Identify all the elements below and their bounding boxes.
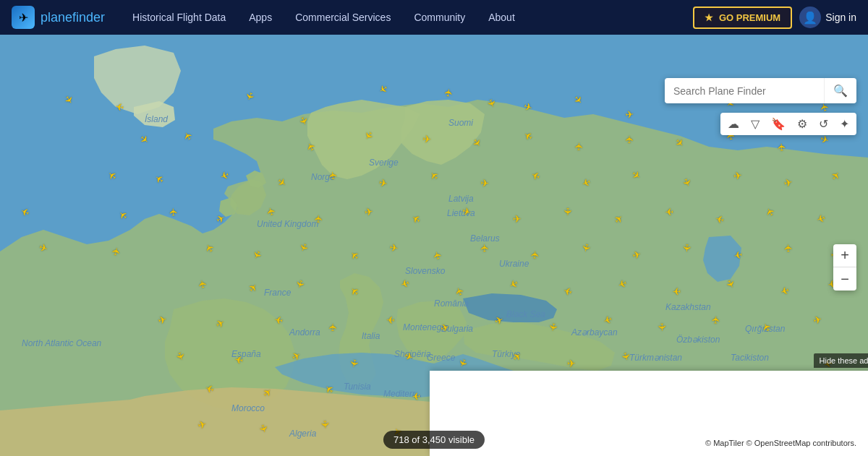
logo-icon: ✈ — [12, 6, 35, 29]
nav-link-apps[interactable]: Apps — [239, 6, 282, 29]
map-toolbar: ☁ ▽ 🔖 ⚙ ↺ ✦ — [720, 113, 856, 135]
premium-button[interactable]: ★ GO PREMIUM — [693, 7, 792, 29]
attribution: © MapTiler © OpenStreetMap contributors. — [701, 437, 861, 449]
map-container[interactable]: ÍslandNorgeSverigeSuomiLatvijaLietuvaBel… — [0, 35, 868, 456]
search-icon[interactable]: 🔍 — [824, 78, 856, 103]
logo-text: planefinder — [41, 10, 105, 25]
logo-light: finder — [72, 10, 105, 25]
zoom-in-button[interactable]: + — [833, 244, 856, 267]
filter-clouds-icon[interactable]: ☁ — [726, 116, 741, 132]
logo[interactable]: ✈ planefinder — [12, 6, 105, 29]
hide-ads-button[interactable]: Hide these ads — [814, 353, 868, 368]
search-input[interactable] — [665, 79, 824, 103]
nav-link-community[interactable]: Community — [404, 6, 475, 29]
navbar: ✈ planefinder Historical Flight DataApps… — [0, 0, 868, 35]
nav-link-about[interactable]: About — [478, 6, 525, 29]
history-icon[interactable]: ↺ — [817, 116, 830, 132]
status-text: 718 of 3,450 visible — [393, 434, 475, 445]
attribution-text: © MapTiler © OpenStreetMap contributors. — [705, 439, 856, 447]
star-map-icon[interactable]: ✦ — [838, 116, 851, 132]
status-bar: 718 of 3,450 visible — [383, 431, 485, 449]
logo-bold: plane — [41, 10, 72, 25]
settings-icon[interactable]: ⚙ — [796, 116, 809, 132]
signin-label: Sign in — [825, 12, 856, 23]
zoom-out-button[interactable]: − — [833, 267, 856, 291]
nav-actions: ★ GO PREMIUM 👤 Sign in — [693, 7, 856, 29]
search-bar: 🔍 — [665, 78, 856, 103]
avatar-icon: 👤 — [799, 7, 821, 28]
nav-link-historical-flight-data[interactable]: Historical Flight Data — [122, 6, 236, 29]
zoom-controls: + − — [833, 244, 856, 291]
nav-links: Historical Flight DataAppsCommercial Ser… — [122, 6, 693, 29]
bookmark-icon[interactable]: 🔖 — [770, 116, 787, 132]
nav-link-commercial-services[interactable]: Commercial Services — [285, 6, 401, 29]
premium-label: GO PREMIUM — [719, 12, 780, 23]
filter-icon[interactable]: ▽ — [749, 116, 761, 132]
signin-button[interactable]: 👤 Sign in — [799, 7, 856, 28]
star-icon: ★ — [705, 12, 713, 23]
